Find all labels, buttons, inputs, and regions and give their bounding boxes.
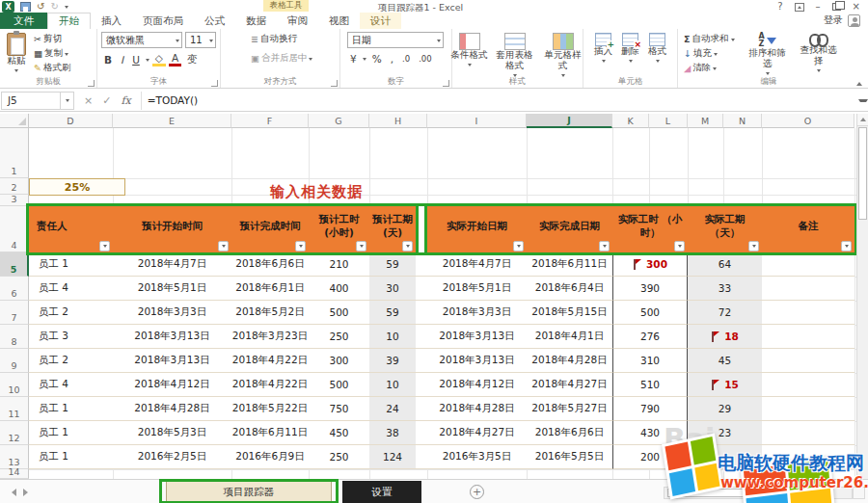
row-header-5[interactable]: 5 — [0, 252, 29, 277]
cell[interactable]: 2018年3月13日 — [113, 349, 231, 373]
sheet-tab-settings[interactable]: 设置 — [342, 481, 421, 503]
cell[interactable]: 2018年4月12日 — [427, 373, 527, 397]
cell[interactable]: 72 — [688, 301, 762, 325]
undo-icon[interactable]: ↺ — [37, 2, 44, 12]
cell[interactable] — [762, 421, 854, 445]
cell[interactable] — [762, 349, 854, 373]
cell[interactable]: 2018年5月2日 — [231, 301, 309, 325]
column-header-E[interactable]: E — [113, 114, 231, 128]
worksheet-grid[interactable]: DEFGHIJKLMNO 1234567891011121314 25% 输入相… — [0, 114, 856, 479]
align-center-button[interactable] — [231, 58, 235, 60]
cell[interactable]: 64 — [688, 252, 762, 277]
sign-in[interactable]: 登录 — [824, 13, 860, 27]
cell[interactable]: 2018年4月27日 — [527, 373, 612, 397]
cell[interactable]: 59 — [369, 301, 416, 325]
filter-button[interactable] — [356, 241, 366, 252]
cell[interactable]: 310 — [612, 349, 688, 373]
table-header-cell[interactable]: 实际工时 （小时） — [612, 206, 688, 252]
column-header-J[interactable]: J — [527, 114, 612, 128]
row-header-1[interactable]: 1 — [0, 128, 29, 178]
table-header-cell[interactable]: 实际开始日期 — [427, 206, 527, 252]
cell[interactable]: 2018年6月6日 — [527, 421, 612, 445]
cell[interactable]: 430 — [612, 421, 688, 445]
column-header-L[interactable]: L — [649, 114, 688, 128]
row-header-3[interactable]: 3 — [0, 195, 29, 206]
merge-center-button[interactable]: ▣ 合并后居中 — [249, 51, 314, 66]
delete-cells-button[interactable]: × 删除 — [618, 32, 642, 66]
alignment-dialog-launcher[interactable] — [331, 80, 338, 87]
table-header-cell[interactable]: 实际工期 （天） — [688, 206, 762, 252]
increase-decimal-button[interactable]: .0 — [399, 54, 413, 64]
cell[interactable]: 124 — [369, 445, 416, 469]
cell[interactable]: 24 — [369, 397, 416, 421]
cell[interactable]: 2018年6月4日 — [527, 277, 612, 301]
name-box-dropdown-icon[interactable] — [61, 92, 74, 110]
format-cells-button[interactable]: 格式 — [645, 32, 669, 66]
cell[interactable] — [762, 373, 854, 397]
column-header-D[interactable]: D — [29, 114, 113, 128]
column-header-O[interactable]: O — [762, 114, 854, 128]
underline-button[interactable]: U — [129, 54, 143, 66]
number-dialog-launcher[interactable] — [443, 80, 449, 87]
horizontal-scroll-thumb[interactable] — [667, 489, 827, 497]
cell[interactable] — [416, 349, 427, 373]
cell[interactable]: 500 — [309, 301, 369, 325]
percent-style-button[interactable]: % — [369, 53, 385, 65]
cell[interactable]: 29 — [688, 397, 762, 421]
row-header-9[interactable]: 9 — [0, 349, 29, 373]
underline-dropdown-icon[interactable] — [146, 59, 149, 64]
table-header-cell[interactable] — [416, 206, 427, 252]
cell[interactable]: 2016年6月9日 — [231, 445, 309, 469]
align-bottom-button[interactable] — [238, 39, 242, 40]
column-header-K[interactable]: K — [612, 114, 649, 128]
tab-review[interactable]: 审阅 — [277, 13, 318, 29]
cell[interactable]: 45 — [688, 349, 762, 373]
cell[interactable] — [762, 445, 854, 469]
font-family-combo[interactable]: 微软雅黑 — [101, 32, 182, 48]
cell[interactable]: 300 — [612, 252, 688, 277]
cell[interactable]: 2018年5月15日 — [527, 301, 612, 325]
cell[interactable]: 2016年2月5日 — [113, 445, 231, 469]
row-header-12[interactable]: 12 — [0, 421, 29, 445]
vertical-scroll-thumb[interactable] — [858, 127, 867, 220]
table-header-cell[interactable]: 预计工时 (小时) — [309, 206, 369, 252]
cell[interactable]: 10 — [369, 373, 416, 397]
cell[interactable]: 500 — [309, 373, 369, 397]
column-header-I[interactable]: I — [427, 114, 527, 128]
enter-entry-icon[interactable]: ✓ — [102, 94, 111, 107]
copy-button[interactable]: ▦复制 — [32, 46, 72, 61]
table-header-cell[interactable]: 预计完成时间 — [231, 206, 309, 252]
cell[interactable] — [762, 252, 854, 277]
format-painter-button[interactable]: ✎格式刷 — [32, 61, 72, 75]
align-left-button[interactable] — [225, 58, 229, 60]
cell[interactable]: 2016年3月5日 — [427, 445, 527, 469]
decrease-decimal-button[interactable]: .00 — [416, 54, 435, 64]
cell[interactable]: 15 — [688, 373, 762, 397]
cell[interactable]: 员工 1 — [29, 252, 113, 277]
cell[interactable]: 2018年4月7日 — [427, 252, 527, 277]
cell[interactable]: 276 — [612, 325, 688, 349]
cell[interactable]: 2018年4月22日 — [231, 349, 309, 373]
minimize-button[interactable]: – — [816, 1, 821, 13]
cell[interactable]: 员工 1 — [29, 421, 113, 445]
cell[interactable]: 2016年5月5日 — [527, 445, 612, 469]
cell[interactable]: 2018年4月12日 — [113, 373, 231, 397]
cell[interactable]: 2018年6月6日 — [231, 252, 309, 277]
comma-style-button[interactable]: , — [388, 53, 396, 65]
filter-button[interactable] — [841, 241, 852, 252]
column-header-N[interactable]: N — [723, 114, 762, 128]
table-header-cell[interactable]: 预计工期 (天) — [369, 206, 416, 252]
cell[interactable]: 2018年5月22日 — [231, 397, 309, 421]
cell[interactable]: 500 — [612, 301, 688, 325]
cell[interactable]: 300 — [309, 349, 369, 373]
sheet-tab-tracker[interactable]: 项目跟踪器 — [166, 481, 332, 503]
cell[interactable] — [416, 301, 427, 325]
row-header-6[interactable]: 6 — [0, 277, 29, 301]
cell[interactable] — [416, 445, 427, 469]
cell[interactable] — [416, 325, 427, 349]
cell[interactable]: 2018年3月13日 — [427, 325, 527, 349]
cell[interactable]: 员工 4 — [29, 277, 113, 301]
wrap-text-button[interactable]: ≣ 自动换行 — [249, 32, 299, 46]
phonetic-button[interactable]: 变 — [184, 53, 201, 66]
filter-button[interactable] — [402, 241, 413, 252]
